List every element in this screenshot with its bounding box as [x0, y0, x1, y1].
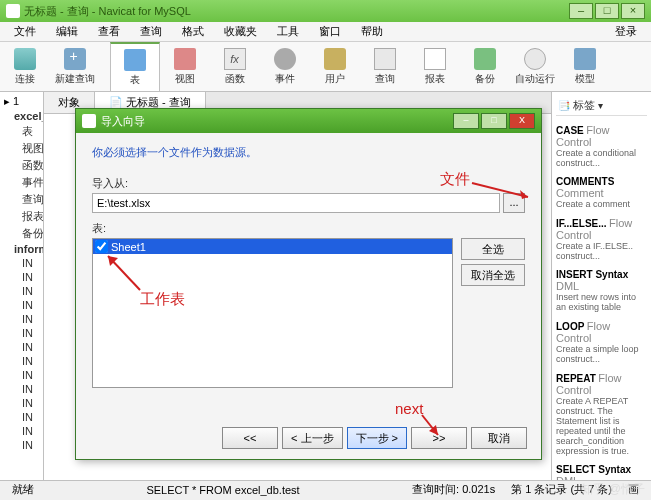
toolbar-report[interactable]: 报表: [410, 42, 460, 91]
toolbar-model[interactable]: 模型: [560, 42, 610, 91]
menu-login[interactable]: 登录: [605, 22, 647, 41]
status-extra: 画: [620, 482, 647, 497]
connect-icon: [14, 48, 36, 70]
snippets-panel: 📑 标签 ▾ CASE Flow ControlCreate a conditi…: [551, 92, 651, 480]
tree-db-inform[interactable]: inform: [2, 242, 41, 256]
window-minimize-button[interactable]: –: [569, 3, 593, 19]
tree-events[interactable]: 事件: [2, 174, 41, 191]
menu-edit[interactable]: 编辑: [46, 22, 88, 41]
tree-root[interactable]: ▸ 1: [2, 94, 41, 109]
status-sql: SELECT * FROM excel_db.test: [42, 484, 404, 496]
dialog-close-button[interactable]: X: [509, 113, 535, 129]
cancel-button[interactable]: 取消: [471, 427, 527, 449]
window-titlebar: 无标题 - 查询 - Navicat for MySQL – □ ×: [0, 0, 651, 22]
dialog-title: 导入向导: [101, 114, 145, 129]
menu-favorites[interactable]: 收藏夹: [214, 22, 267, 41]
tree-item[interactable]: IN: [2, 396, 41, 410]
tree-item[interactable]: IN: [2, 326, 41, 340]
window-close-button[interactable]: ×: [621, 3, 645, 19]
model-icon: [574, 48, 596, 70]
toolbar-connect[interactable]: 连接: [0, 42, 50, 91]
menu-window[interactable]: 窗口: [309, 22, 351, 41]
nav-first-button[interactable]: <<: [222, 427, 278, 449]
nav-last-button[interactable]: >>: [411, 427, 467, 449]
tree-item[interactable]: IN: [2, 410, 41, 424]
sheet-row[interactable]: Sheet1: [93, 239, 452, 254]
browse-button[interactable]: ...: [503, 193, 525, 213]
sheet-checkbox[interactable]: [95, 240, 108, 253]
menu-help[interactable]: 帮助: [351, 22, 393, 41]
toolbar-table[interactable]: 表: [110, 42, 160, 91]
window-maximize-button[interactable]: □: [595, 3, 619, 19]
dialog-maximize-button[interactable]: □: [481, 113, 507, 129]
query-icon: [374, 48, 396, 70]
event-icon: [274, 48, 296, 70]
tree-item[interactable]: IN: [2, 368, 41, 382]
view-icon: [174, 48, 196, 70]
dialog-icon: [82, 114, 96, 128]
toolbar-new-query[interactable]: 新建查询: [50, 42, 100, 91]
select-all-button[interactable]: 全选: [461, 238, 525, 260]
tree-views[interactable]: 视图: [2, 140, 41, 157]
tree-item[interactable]: IN: [2, 424, 41, 438]
tree-item[interactable]: IN: [2, 256, 41, 270]
toolbar-view[interactable]: 视图: [160, 42, 210, 91]
menubar: 文件 编辑 查看 查询 格式 收藏夹 工具 窗口 帮助 登录: [0, 22, 651, 42]
new-query-icon: [64, 48, 86, 70]
auto-icon: [524, 48, 546, 70]
toolbar-auto[interactable]: 自动运行: [510, 42, 560, 91]
snippet-item[interactable]: INSERT Syntax DMLInsert new rows into an…: [556, 269, 647, 312]
window-title: 无标题 - 查询 - Navicat for MySQL: [24, 4, 191, 19]
tree-item[interactable]: IN: [2, 312, 41, 326]
table-label: 表:: [92, 221, 525, 236]
tree-reports[interactable]: 报表: [2, 208, 41, 225]
report-icon: [424, 48, 446, 70]
main-toolbar: 连接 新建查询 表 视图 fx函数 事件 用户 查询 报表 备份 自动运行 模型: [0, 42, 651, 92]
status-records: 第 1 条记录 (共 7 条): [503, 482, 620, 497]
deselect-all-button[interactable]: 取消全选: [461, 264, 525, 286]
dialog-minimize-button[interactable]: –: [453, 113, 479, 129]
tree-item[interactable]: IN: [2, 284, 41, 298]
toolbar-event[interactable]: 事件: [260, 42, 310, 91]
snippet-item[interactable]: SELECT Syntax DMLRetrieve rows selected …: [556, 464, 647, 480]
menu-tools[interactable]: 工具: [267, 22, 309, 41]
tree-db-excel[interactable]: excel_db: [2, 109, 41, 123]
snippet-item[interactable]: COMMENTS CommentCreate a comment: [556, 176, 647, 209]
tree-item[interactable]: IN: [2, 382, 41, 396]
connection-tree[interactable]: ▸ 1 excel_db 表 视图 函数 事件 查询 报表 备份 inform …: [0, 92, 44, 480]
tree-functions[interactable]: 函数: [2, 157, 41, 174]
tree-item[interactable]: IN: [2, 270, 41, 284]
tree-queries[interactable]: 查询: [2, 191, 41, 208]
tree-tables[interactable]: 表: [2, 123, 41, 140]
dialog-instruction: 你必须选择一个文件作为数据源。: [92, 145, 525, 160]
menu-query[interactable]: 查询: [130, 22, 172, 41]
menu-view[interactable]: 查看: [88, 22, 130, 41]
snippet-item[interactable]: IF...ELSE... Flow ControlCreate a IF..EL…: [556, 217, 647, 261]
toolbar-user[interactable]: 用户: [310, 42, 360, 91]
status-bar: 就绪 SELECT * FROM excel_db.test 查询时间: 0.0…: [0, 480, 651, 498]
app-icon: [6, 4, 20, 18]
dialog-titlebar: 导入向导 – □ X: [76, 109, 541, 133]
tree-item[interactable]: IN: [2, 354, 41, 368]
function-icon: fx: [224, 48, 246, 70]
sheets-listbox[interactable]: Sheet1: [92, 238, 453, 388]
import-from-label: 导入从:: [92, 176, 525, 191]
snippet-item[interactable]: REPEAT Flow ControlCreate A REPEAT const…: [556, 372, 647, 456]
status-ready: 就绪: [4, 482, 42, 497]
snippet-item[interactable]: CASE Flow ControlCreate a conditional co…: [556, 124, 647, 168]
status-time: 查询时间: 0.021s: [404, 482, 503, 497]
menu-file[interactable]: 文件: [4, 22, 46, 41]
toolbar-backup[interactable]: 备份: [460, 42, 510, 91]
toolbar-function[interactable]: fx函数: [210, 42, 260, 91]
tree-item[interactable]: IN: [2, 340, 41, 354]
nav-prev-button[interactable]: < 上一步: [282, 427, 342, 449]
tree-item[interactable]: IN: [2, 298, 41, 312]
tree-item[interactable]: IN: [2, 438, 41, 452]
import-from-input[interactable]: [92, 193, 500, 213]
menu-format[interactable]: 格式: [172, 22, 214, 41]
import-wizard-dialog: 导入向导 – □ X 你必须选择一个文件作为数据源。 导入从: ... 表: S…: [75, 108, 542, 460]
tree-backups[interactable]: 备份: [2, 225, 41, 242]
toolbar-query[interactable]: 查询: [360, 42, 410, 91]
snippet-item[interactable]: LOOP Flow ControlCreate a simple loop co…: [556, 320, 647, 364]
nav-next-button[interactable]: 下一步 >: [347, 427, 407, 449]
